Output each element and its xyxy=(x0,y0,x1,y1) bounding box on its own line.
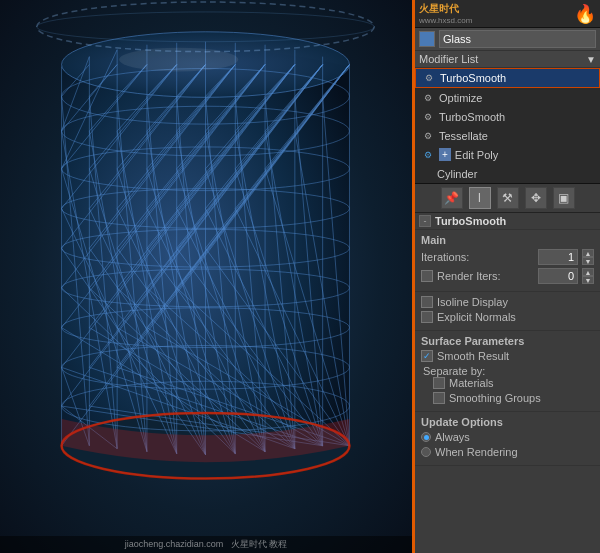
isoline-row: Isoline Display xyxy=(421,296,594,308)
brand-url: www.hxsd.com xyxy=(419,16,472,25)
modifier-icon-turbosmooth-1: ⚙ xyxy=(422,71,436,85)
main-section: Main Iterations: 1 ▲ ▼ Render Iters: 0 ▲… xyxy=(415,230,600,292)
smooth-result-row: Smooth Result xyxy=(421,350,594,362)
edit-poly-box: + xyxy=(439,148,451,161)
turbosmooth-header: - TurboSmooth xyxy=(415,213,600,230)
explicit-normals-checkbox[interactable] xyxy=(421,311,433,323)
stack-item-edit-poly[interactable]: ⚙ + Edit Poly xyxy=(415,145,600,164)
surface-params-label: Surface Parameters xyxy=(421,335,594,347)
modifier-icon-turbosmooth-2: ⚙ xyxy=(421,110,435,124)
stack-item-turbosmooth-1[interactable]: ⚙ TurboSmooth xyxy=(415,68,600,88)
render-iters-input[interactable]: 0 xyxy=(538,268,578,284)
surface-params-section: Surface Parameters Smooth Result Separat… xyxy=(415,331,600,412)
stack-item-turbosmooth-2[interactable]: ⚙ TurboSmooth xyxy=(415,107,600,126)
render-iters-down[interactable]: ▼ xyxy=(582,276,594,284)
when-rendering-label: When Rendering xyxy=(435,446,518,458)
stack-item-tessellate[interactable]: ⚙ Tessellate xyxy=(415,126,600,145)
explicit-normals-row: Explicit Normals xyxy=(421,311,594,323)
separate-by-label: Separate by: xyxy=(423,365,594,377)
smooth-result-checkbox[interactable] xyxy=(421,350,433,362)
stack-nav: 📌 I ⚒ ✥ ▣ xyxy=(415,184,600,213)
display-section: Isoline Display Explicit Normals xyxy=(415,292,600,331)
stack-item-optimize[interactable]: ⚙ Optimize xyxy=(415,88,600,107)
object-name-input[interactable]: Glass xyxy=(439,30,596,48)
viewport-watermark: jiaocheng.chazidian.com 火星时代 教程 xyxy=(0,536,412,553)
brand-icon: 🔥 xyxy=(574,3,596,25)
materials-row: Materials xyxy=(433,377,594,389)
modifier-icon-tessellate: ⚙ xyxy=(421,129,435,143)
always-row: Always xyxy=(421,431,594,443)
nav-cursor-button[interactable]: I xyxy=(469,187,491,209)
iterations-input[interactable]: 1 xyxy=(538,249,578,265)
logo-area: 火星时代 www.hxsd.com 🔥 xyxy=(415,0,600,28)
explicit-normals-label: Explicit Normals xyxy=(437,311,516,323)
isoline-label: Isoline Display xyxy=(437,296,508,308)
modifier-list-dropdown-arrow[interactable]: ▼ xyxy=(586,54,596,65)
brand-name: 火星时代 xyxy=(419,2,472,16)
materials-checkbox[interactable] xyxy=(433,377,445,389)
main-label: Main xyxy=(421,234,594,246)
modifier-list-bar[interactable]: Modifier List ▼ xyxy=(415,51,600,68)
iterations-label: Iterations: xyxy=(421,251,534,263)
stack-item-cylinder[interactable]: Cylinder xyxy=(415,164,600,183)
nav-display-button[interactable]: ▣ xyxy=(553,187,575,209)
nav-move-button[interactable]: ✥ xyxy=(525,187,547,209)
turbosmooth-title: TurboSmooth xyxy=(435,215,506,227)
iterations-row: Iterations: 1 ▲ ▼ xyxy=(421,249,594,265)
iterations-down[interactable]: ▼ xyxy=(582,257,594,265)
modifier-icon-optimize: ⚙ xyxy=(421,91,435,105)
turbosmooth-collapse-btn[interactable]: - xyxy=(419,215,431,227)
stack-label-cylinder: Cylinder xyxy=(437,168,477,180)
properties-panel: - TurboSmooth Main Iterations: 1 ▲ ▼ Ren… xyxy=(415,213,600,553)
render-iters-row: Render Iters: 0 ▲ ▼ xyxy=(421,268,594,284)
mesh-svg xyxy=(0,0,412,553)
right-panel: 火星时代 www.hxsd.com 🔥 Glass Modifier List … xyxy=(415,0,600,553)
stack-label-edit-poly: Edit Poly xyxy=(455,149,498,161)
object-color-swatch[interactable] xyxy=(419,31,435,47)
modifier-list-label: Modifier List xyxy=(419,53,586,65)
nav-pin-button[interactable]: 📌 xyxy=(441,187,463,209)
materials-label: Materials xyxy=(449,377,494,389)
smoothing-groups-label: Smoothing Groups xyxy=(449,392,541,404)
render-iters-checkbox[interactable] xyxy=(421,270,433,282)
object-name-bar: Glass xyxy=(415,28,600,51)
when-rendering-radio[interactable] xyxy=(421,447,431,457)
isoline-checkbox[interactable] xyxy=(421,296,433,308)
always-radio[interactable] xyxy=(421,432,431,442)
smoothing-groups-row: Smoothing Groups xyxy=(433,392,594,404)
update-options-label: Update Options xyxy=(421,416,594,428)
modifier-icon-edit-poly: ⚙ xyxy=(421,148,435,162)
render-iters-up[interactable]: ▲ xyxy=(582,268,594,276)
iterations-up[interactable]: ▲ xyxy=(582,249,594,257)
render-iters-label: Render Iters: xyxy=(437,270,534,282)
always-label: Always xyxy=(435,431,470,443)
smoothing-groups-checkbox[interactable] xyxy=(433,392,445,404)
stack-label-tessellate: Tessellate xyxy=(439,130,488,142)
viewport-3d[interactable]: jiaocheng.chazidian.com 火星时代 教程 xyxy=(0,0,415,553)
stack-label-turbosmooth-2: TurboSmooth xyxy=(439,111,505,123)
render-iters-spinner[interactable]: ▲ ▼ xyxy=(582,268,594,284)
when-rendering-row: When Rendering xyxy=(421,446,594,458)
stack-label-optimize: Optimize xyxy=(439,92,482,104)
modifier-stack: ⚙ TurboSmooth ⚙ Optimize ⚙ TurboSmooth ⚙… xyxy=(415,68,600,184)
stack-label-turbosmooth-1: TurboSmooth xyxy=(440,72,506,84)
iterations-spinner[interactable]: ▲ ▼ xyxy=(582,249,594,265)
update-options-section: Update Options Always When Rendering xyxy=(415,412,600,466)
smooth-result-label: Smooth Result xyxy=(437,350,509,362)
nav-hammer-button[interactable]: ⚒ xyxy=(497,187,519,209)
